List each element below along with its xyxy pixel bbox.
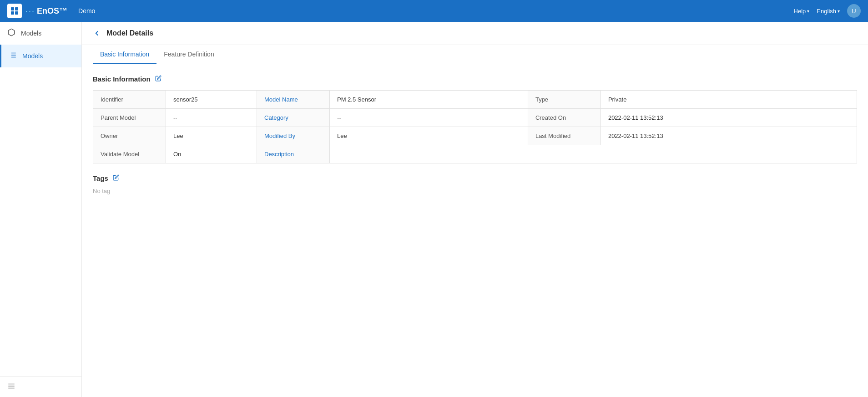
tags-title: Tags — [93, 174, 108, 182]
logo: ··· EnOS™ — [7, 4, 67, 18]
created-on-value: 2022-02-11 13:52:13 — [601, 109, 857, 127]
sidebar-item-models[interactable]: Models — [0, 45, 81, 67]
modified-by-label: Modified By — [257, 127, 330, 145]
basic-info-title-row: Basic Information — [93, 75, 857, 83]
validate-model-label: Validate Model — [93, 145, 166, 163]
page-title: Model Details — [106, 29, 153, 37]
basic-info-section: Basic Information Identifier sensor25 Mo… — [82, 64, 868, 174]
logo-enos: EnOS™ — [37, 6, 67, 16]
content-area: Model Details Basic Information Feature … — [82, 22, 868, 397]
identifier-value: sensor25 — [166, 91, 257, 109]
logo-text: ··· EnOS™ — [25, 6, 67, 16]
lang-caret-icon: ▾ — [838, 9, 840, 14]
tab-basic-label: Basic Information — [100, 51, 149, 58]
parent-model-label: Parent Model — [93, 109, 166, 127]
table-row: Owner Lee Modified By Lee Last Modified … — [93, 127, 857, 145]
tags-section: Tags No tag — [82, 174, 868, 205]
type-label: Type — [528, 91, 601, 109]
last-modified-label: Last Modified — [528, 127, 601, 145]
sidebar-bottom — [0, 376, 81, 397]
svg-rect-0 — [11, 7, 14, 10]
model-name-label: Model Name — [257, 91, 330, 109]
back-button[interactable] — [93, 29, 101, 37]
top-nav-right: Help ▾ English ▾ U — [794, 4, 861, 18]
top-nav: ··· EnOS™ Demo Help ▾ English ▾ U — [0, 0, 868, 22]
list-icon — [9, 51, 17, 61]
tab-basic-information[interactable]: Basic Information — [93, 45, 156, 64]
type-value: Private — [601, 91, 857, 109]
category-value: -- — [330, 109, 528, 127]
category-label: Category — [257, 109, 330, 127]
created-on-label: Created On — [528, 109, 601, 127]
owner-value: Lee — [166, 127, 257, 145]
avatar-initial: U — [852, 8, 856, 15]
table-row: Parent Model -- Category -- Created On 2… — [93, 109, 857, 127]
owner-label: Owner — [93, 127, 166, 145]
tab-feature-definition[interactable]: Feature Definition — [156, 45, 222, 64]
sidebar-item-models-top[interactable]: Models — [0, 22, 81, 45]
user-avatar[interactable]: U — [847, 4, 861, 18]
svg-rect-1 — [15, 7, 18, 10]
identifier-label: Identifier — [93, 91, 166, 109]
box-icon — [7, 28, 15, 38]
tags-title-row: Tags — [93, 174, 857, 182]
basic-info-edit-icon[interactable] — [155, 75, 161, 83]
svg-rect-2 — [11, 11, 14, 15]
parent-model-value: -- — [166, 109, 257, 127]
tabs: Basic Information Feature Definition — [82, 45, 868, 64]
page-header: Model Details — [82, 22, 868, 45]
sidebar: Models Models — [0, 22, 82, 397]
logo-dots: ··· — [25, 6, 35, 16]
main-layout: Models Models — [0, 22, 868, 397]
basic-info-title: Basic Information — [93, 75, 151, 83]
tab-feature-label: Feature Definition — [164, 51, 214, 58]
basic-info-table: Identifier sensor25 Model Name PM 2.5 Se… — [93, 90, 857, 163]
language-menu[interactable]: English ▾ — [817, 8, 840, 15]
modified-by-value: Lee — [330, 127, 528, 145]
no-tag-label: No tag — [93, 188, 857, 194]
tags-edit-icon[interactable] — [113, 174, 119, 182]
demo-label: Demo — [78, 7, 95, 15]
validate-model-value: On — [166, 145, 257, 163]
lang-label: English — [817, 8, 836, 15]
description-label: Description — [257, 145, 330, 163]
collapse-icon[interactable] — [7, 384, 15, 392]
table-row: Identifier sensor25 Model Name PM 2.5 Se… — [93, 91, 857, 109]
sidebar-item-models-top-label: Models — [21, 30, 41, 37]
last-modified-value: 2022-02-11 13:52:13 — [601, 127, 857, 145]
model-name-value: PM 2.5 Sensor — [330, 91, 528, 109]
description-value — [330, 145, 857, 163]
svg-rect-3 — [15, 11, 18, 15]
sidebar-item-models-label: Models — [22, 52, 43, 60]
help-menu[interactable]: Help ▾ — [794, 8, 810, 15]
table-row: Validate Model On Description — [93, 145, 857, 163]
logo-icon — [7, 4, 22, 18]
help-label: Help — [794, 8, 806, 15]
help-caret-icon: ▾ — [807, 9, 809, 14]
